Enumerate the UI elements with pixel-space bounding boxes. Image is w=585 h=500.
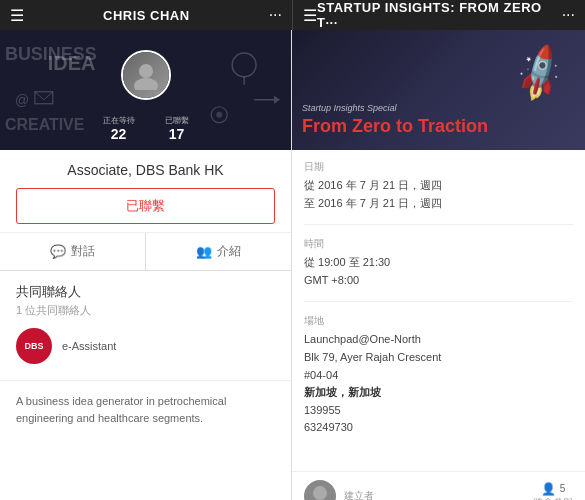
mutual-subtitle: 1 位共同聯絡人 xyxy=(16,303,275,318)
intro-tab[interactable]: 👥 介紹 xyxy=(146,233,291,270)
creator-label: 建立者 xyxy=(344,489,374,500)
right-panel: Startup Insights Special From Zero to Tr… xyxy=(292,30,585,500)
profile-job-title: Associate, DBS Bank HK xyxy=(16,162,275,178)
venue-city: 新加坡，新加坡 xyxy=(304,384,573,402)
connected-label: 已聯繫 xyxy=(165,115,189,126)
venue-label: 場地 xyxy=(304,314,573,328)
event-main-title: From Zero to Traction xyxy=(302,116,575,138)
attendees-section: 👤 5 將會參與 xyxy=(533,482,573,500)
connected-stat: 已聯繫 17 xyxy=(165,115,189,142)
right-panel-title: STARTUP INSIGHTS: FROM ZERO T··· xyxy=(317,0,562,30)
left-panel: BUSINESS CREATIVE @ IDEA xyxy=(0,30,292,500)
bio-text: A business idea generator in petrochemic… xyxy=(16,393,275,426)
profile-stats: 正在等待 22 已聯繫 17 xyxy=(0,115,291,142)
svg-point-13 xyxy=(139,64,153,78)
creator-section: 建立者 xyxy=(304,480,374,500)
avatar xyxy=(121,50,171,100)
venue-line2: Blk 79, Ayer Rajah Crescent xyxy=(304,349,573,367)
date-label: 日期 xyxy=(304,160,573,174)
action-tabs: 💬 對話 👥 介紹 xyxy=(0,233,291,271)
connected-value: 17 xyxy=(169,126,185,142)
event-header-background: Startup Insights Special From Zero to Tr… xyxy=(292,30,585,150)
svg-text:BUSINESS: BUSINESS xyxy=(5,44,97,64)
left-menu-icon[interactable]: ☰ xyxy=(10,6,24,25)
pending-label: 正在等待 xyxy=(103,115,135,126)
svg-text:IDEA: IDEA xyxy=(48,52,96,74)
profile-header: BUSINESS CREATIVE @ IDEA xyxy=(0,30,291,150)
intro-icon: 👥 xyxy=(196,244,212,259)
svg-line-6 xyxy=(35,92,44,100)
venue-postal: 139955 xyxy=(304,402,573,420)
venue-line3: #04-04 xyxy=(304,367,573,385)
creator-avatar xyxy=(304,480,336,500)
mutual-avatar-logo: DBS xyxy=(16,328,52,364)
svg-point-14 xyxy=(134,78,158,90)
avatar-image xyxy=(123,52,169,98)
chat-label: 對話 xyxy=(71,243,95,260)
top-navigation-bar: ☰ CHRIS CHAN ··· ☰ STARTUP INSIGHTS: FRO… xyxy=(0,0,585,30)
svg-text:@: @ xyxy=(15,92,29,108)
svg-line-7 xyxy=(44,92,53,100)
left-more-icon[interactable]: ··· xyxy=(269,6,282,24)
event-venue-section: 場地 Launchpad@One-North Blk 79, Ayer Raja… xyxy=(304,314,573,449)
event-time-section: 時間 從 19:00 至 21:30 GMT +8:00 xyxy=(304,237,573,302)
bio-section: A business idea generator in petrochemic… xyxy=(0,381,291,438)
mutual-person-item[interactable]: DBS e-Assistant xyxy=(16,328,275,364)
event-footer: 建立者 👤 5 將會參與 xyxy=(292,471,585,500)
svg-rect-5 xyxy=(35,92,53,104)
left-top-bar: ☰ CHRIS CHAN ··· xyxy=(0,0,293,30)
date-to: 至 2016 年 7 月 21 日，週四 xyxy=(304,195,573,213)
connect-button[interactable]: 已聯繫 xyxy=(16,188,275,224)
right-menu-icon[interactable]: ☰ xyxy=(303,6,317,25)
event-header: Startup Insights Special From Zero to Tr… xyxy=(292,30,585,150)
event-details: 日期 從 2016 年 7 月 21 日，週四 至 2016 年 7 月 21 … xyxy=(292,150,585,471)
time-gmt: GMT +8:00 xyxy=(304,272,573,290)
event-special-label: Startup Insights Special xyxy=(302,103,575,113)
main-content: BUSINESS CREATIVE @ IDEA xyxy=(0,30,585,500)
mutual-connections-section: 共同聯絡人 1 位共同聯絡人 DBS e-Assistant xyxy=(0,271,291,381)
rocket-icon: 🚀 xyxy=(507,41,574,107)
svg-point-2 xyxy=(232,53,256,77)
time-label: 時間 xyxy=(304,237,573,251)
date-from: 從 2016 年 7 月 21 日，週四 xyxy=(304,177,573,195)
right-top-bar: ☰ STARTUP INSIGHTS: FROM ZERO T··· ··· xyxy=(293,0,585,30)
pending-value: 22 xyxy=(111,126,127,142)
venue-line1: Launchpad@One-North xyxy=(304,331,573,349)
creator-avatar-image xyxy=(304,480,336,500)
venue-phone: 63249730 xyxy=(304,419,573,437)
join-label[interactable]: 將會參與 xyxy=(533,496,573,500)
event-date-section: 日期 從 2016 年 7 月 21 日，週四 至 2016 年 7 月 21 … xyxy=(304,160,573,225)
pending-stat: 正在等待 22 xyxy=(103,115,135,142)
svg-point-15 xyxy=(313,486,327,500)
mutual-person-name: e-Assistant xyxy=(62,340,116,352)
left-panel-title: CHRIS CHAN xyxy=(103,8,190,23)
mutual-title: 共同聯絡人 xyxy=(16,283,275,301)
chat-icon: 💬 xyxy=(50,244,66,259)
attendees-icon: 👤 xyxy=(541,482,556,496)
profile-info: Associate, DBS Bank HK 已聯繫 xyxy=(0,150,291,233)
mutual-avatar: DBS xyxy=(16,328,52,364)
chat-tab[interactable]: 💬 對話 xyxy=(0,233,146,270)
intro-label: 介紹 xyxy=(217,243,241,260)
right-more-icon[interactable]: ··· xyxy=(562,6,575,24)
attendees-count: 5 xyxy=(560,483,566,494)
svg-marker-9 xyxy=(274,96,280,104)
profile-background: BUSINESS CREATIVE @ IDEA xyxy=(0,30,291,150)
time-from: 從 19:00 至 21:30 xyxy=(304,254,573,272)
